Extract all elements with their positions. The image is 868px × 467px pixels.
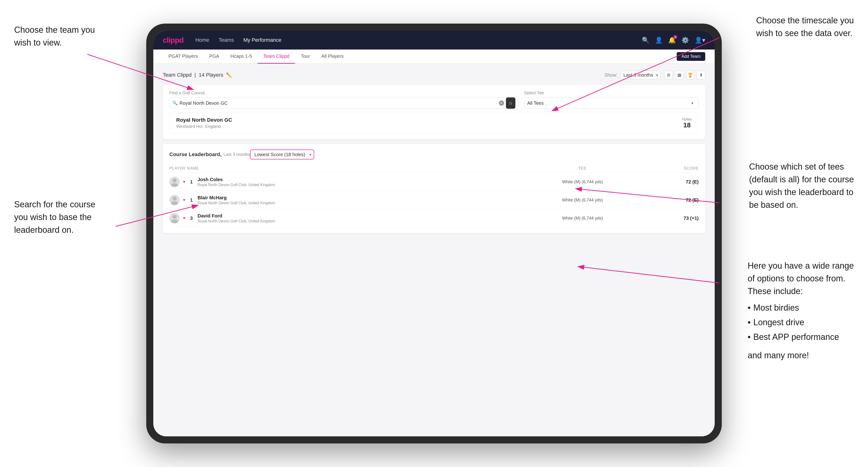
course-result: Royal North Devon GC Westward Ho!, Engla… — [169, 113, 699, 133]
and-more-text: and many more! — [748, 349, 854, 362]
card-view-icon[interactable]: ▦ — [675, 71, 684, 79]
player-name-0: Josh Coles — [198, 177, 275, 182]
annotation-top-left: Choose the team you wish to view. — [14, 24, 95, 49]
search-input-wrapper: 🔍 ✕ ☆ — [169, 97, 519, 109]
player-cell-1: ♥ 1 Blair McHarg Royal North Devon Golf … — [169, 191, 516, 209]
player-avatar-0 — [169, 177, 180, 187]
course-search-input[interactable] — [180, 100, 497, 106]
app-logo: clippd — [163, 36, 184, 44]
table-row: ♥ 1 Blair McHarg Royal North Devon Golf … — [169, 191, 699, 209]
view-icons: ⊞ ▦ 🏆 ⬇ — [664, 71, 705, 79]
subnav-tour[interactable]: Tour — [295, 50, 316, 64]
bullet-item-3: Best APP performance — [748, 331, 854, 343]
tee-cell-0: White (M) (6,744 yds) — [516, 173, 649, 191]
holes-label: Holes — [682, 117, 692, 121]
svg-point-1 — [171, 183, 178, 187]
score-type-dropdown[interactable]: Lowest Score (18 holes) — [250, 150, 314, 159]
heart-icon-1[interactable]: ♥ — [183, 198, 185, 202]
svg-point-2 — [173, 197, 177, 200]
bell-icon[interactable]: 🔔1 — [668, 36, 676, 44]
rank-2: 3 — [189, 216, 194, 221]
annotation-top-right: Choose the timescale you wish to see the… — [756, 14, 854, 40]
player-info-0: Josh Coles Royal North Devon Golf Club, … — [198, 177, 275, 187]
clear-search-button[interactable]: ✕ — [499, 100, 504, 106]
favorite-button[interactable]: ☆ — [506, 97, 516, 109]
player-avatar-2 — [169, 213, 180, 223]
svg-point-4 — [173, 215, 177, 219]
score-type-wrapper: Lowest Score (18 holes) — [250, 150, 314, 159]
score-cell-1: 72 (E) — [649, 191, 699, 209]
annotation-timescale-label: Choose the timescale you wish to see the… — [756, 14, 854, 40]
add-team-button[interactable]: Add Team — [677, 52, 705, 61]
annotation-options-label: Here you have a wide range of options to… — [748, 259, 854, 362]
search-panel: Find a Golf Course 🔍 ✕ ☆ Select Tee — [163, 85, 705, 139]
edit-team-icon[interactable]: ✏️ — [226, 72, 232, 78]
player-cell-2: ♥ 3 David Ford Royal North Devon Golf Cl… — [169, 209, 516, 227]
options-list: Most birdies Longest drive Best APP perf… — [748, 302, 854, 343]
annotation-search-label: Search for the course you wish to base t… — [14, 198, 95, 236]
subnav-team-clippd[interactable]: Team Clippd — [257, 50, 295, 64]
tee-cell-2: White (M) (6,744 yds) — [516, 209, 649, 227]
search-row: Find a Golf Course 🔍 ✕ ☆ Select Tee — [169, 91, 699, 109]
rank-0: 1 — [189, 179, 194, 185]
sub-nav: PGAT Players PGA Hcaps 1-5 Team Clippd T… — [153, 50, 715, 64]
subnav-hcaps[interactable]: Hcaps 1-5 — [225, 50, 257, 64]
nav-teams[interactable]: Teams — [219, 37, 234, 43]
download-icon[interactable]: ⬇ — [697, 71, 705, 79]
leaderboard-title: Course Leaderboard, — [169, 151, 221, 158]
main-content: Team Clippd | 14 Players ✏️ Show: Last 3… — [153, 64, 715, 436]
tee-select-group: Select Tee All Tees — [524, 91, 699, 109]
subnav-pgat[interactable]: PGAT Players — [163, 50, 204, 64]
subnav-pga[interactable]: PGA — [204, 50, 225, 64]
leaderboard-table: PLAYER NAME TEE SCORE ♥ 1 Josh C — [169, 164, 699, 227]
show-dropdown-wrapper: Last 3 months — [620, 71, 660, 79]
player-avatar-1 — [169, 195, 180, 205]
settings-icon[interactable]: ⚙️ — [681, 36, 689, 44]
player-club-1: Royal North Devon Golf Club, United King… — [198, 201, 275, 205]
score-cell-2: 73 (+1) — [649, 209, 699, 227]
show-dropdown[interactable]: Last 3 months — [620, 71, 660, 79]
people-icon[interactable]: 👤 — [655, 36, 662, 44]
course-info: Royal North Devon GC Westward Ho!, Engla… — [176, 117, 232, 129]
rank-1: 1 — [189, 197, 194, 203]
nav-home[interactable]: Home — [195, 37, 209, 43]
team-header: Team Clippd | 14 Players ✏️ Show: Last 3… — [163, 71, 705, 79]
svg-point-3 — [171, 201, 178, 205]
search-icon[interactable]: 🔍 — [642, 36, 649, 44]
heart-icon-2[interactable]: ♥ — [183, 216, 185, 220]
bullet-item-2: Longest drive — [748, 316, 854, 329]
tablet-screen: clippd Home Teams My Performance 🔍 👤 🔔1 … — [153, 31, 715, 436]
user-avatar-icon[interactable]: 👤▾ — [695, 36, 705, 44]
svg-point-5 — [171, 220, 178, 223]
tee-select-wrapper: All Tees — [524, 97, 699, 109]
search-magnifier-icon: 🔍 — [173, 100, 178, 106]
player-info-1: Blair McHarg Royal North Devon Golf Club… — [198, 195, 275, 205]
course-name: Royal North Devon GC — [176, 117, 232, 123]
navbar-icons: 🔍 👤 🔔1 ⚙️ 👤▾ — [642, 36, 705, 44]
annotation-team-label: Choose the team you wish to view. — [14, 24, 95, 49]
subnav-all-players[interactable]: All Players — [316, 50, 349, 64]
tee-dropdown-wrapper: All Tees — [527, 100, 695, 106]
col-tee: TEE — [516, 164, 649, 173]
annotation-tees-label: Choose which set of tees (default is all… — [749, 160, 854, 211]
course-location: Westward Ho!, England — [176, 124, 232, 129]
player-name-1: Blair McHarg — [198, 195, 275, 200]
course-search-group: Find a Golf Course 🔍 ✕ ☆ — [169, 91, 519, 109]
leaderboard-subtitle: Last 3 months — [223, 152, 250, 157]
grid-view-icon[interactable]: ⊞ — [664, 71, 673, 79]
leaderboard-header: Course Leaderboard, Last 3 months Lowest… — [169, 150, 699, 159]
trophy-icon[interactable]: 🏆 — [686, 71, 694, 79]
heart-icon-0[interactable]: ♥ — [183, 180, 185, 184]
annotation-middle-right: Choose which set of tees (default is all… — [749, 160, 854, 211]
table-row: ♥ 3 David Ford Royal North Devon Golf Cl… — [169, 209, 699, 227]
player-club-0: Royal North Devon Golf Club, United King… — [198, 183, 275, 187]
team-title: Team Clippd | 14 Players — [163, 72, 223, 78]
col-score: SCORE — [649, 164, 699, 173]
tee-dropdown[interactable]: All Tees — [527, 100, 544, 106]
nav-my-performance[interactable]: My Performance — [243, 37, 281, 43]
holes-number: 18 — [682, 121, 692, 129]
show-label: Show: — [604, 72, 618, 78]
navbar-links: Home Teams My Performance — [195, 37, 630, 43]
table-row: ♥ 1 Josh Coles Royal North Devon Golf Cl… — [169, 173, 699, 191]
app-navbar: clippd Home Teams My Performance 🔍 👤 🔔1 … — [153, 31, 715, 50]
